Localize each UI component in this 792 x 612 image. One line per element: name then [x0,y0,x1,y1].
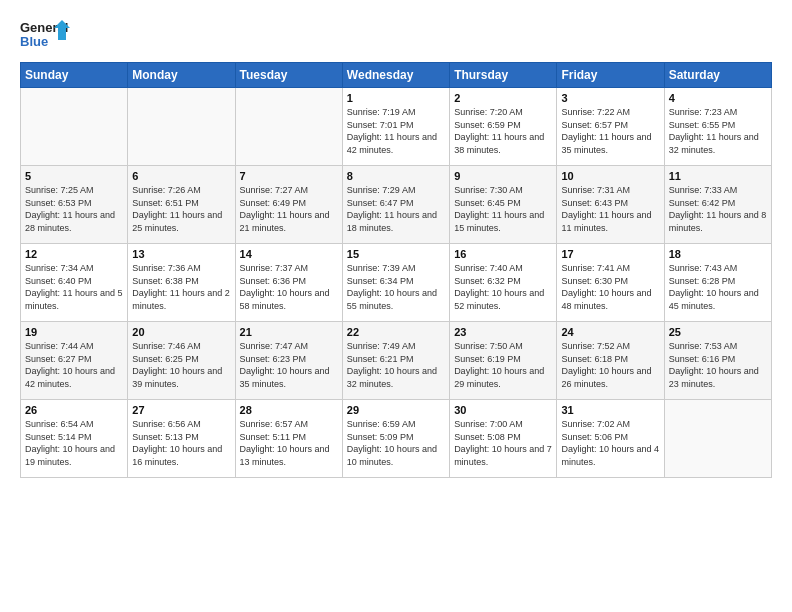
day-info: Sunrise: 7:00 AM Sunset: 5:08 PM Dayligh… [454,418,552,468]
day-info: Sunrise: 7:37 AM Sunset: 6:36 PM Dayligh… [240,262,338,312]
calendar-cell: 2Sunrise: 7:20 AM Sunset: 6:59 PM Daylig… [450,88,557,166]
day-number: 3 [561,92,659,104]
week-row-1: 1Sunrise: 7:19 AM Sunset: 7:01 PM Daylig… [21,88,772,166]
calendar-cell: 4Sunrise: 7:23 AM Sunset: 6:55 PM Daylig… [664,88,771,166]
week-row-3: 12Sunrise: 7:34 AM Sunset: 6:40 PM Dayli… [21,244,772,322]
calendar-cell: 13Sunrise: 7:36 AM Sunset: 6:38 PM Dayli… [128,244,235,322]
day-info: Sunrise: 7:53 AM Sunset: 6:16 PM Dayligh… [669,340,767,390]
day-info: Sunrise: 6:54 AM Sunset: 5:14 PM Dayligh… [25,418,123,468]
day-number: 14 [240,248,338,260]
logo-svg: General Blue [20,18,70,54]
day-number: 12 [25,248,123,260]
calendar-cell: 26Sunrise: 6:54 AM Sunset: 5:14 PM Dayli… [21,400,128,478]
logo: General Blue [20,18,70,54]
calendar-cell [128,88,235,166]
weekday-header-thursday: Thursday [450,63,557,88]
day-info: Sunrise: 7:33 AM Sunset: 6:42 PM Dayligh… [669,184,767,234]
day-number: 8 [347,170,445,182]
day-info: Sunrise: 7:27 AM Sunset: 6:49 PM Dayligh… [240,184,338,234]
day-info: Sunrise: 7:26 AM Sunset: 6:51 PM Dayligh… [132,184,230,234]
day-info: Sunrise: 7:44 AM Sunset: 6:27 PM Dayligh… [25,340,123,390]
week-row-2: 5Sunrise: 7:25 AM Sunset: 6:53 PM Daylig… [21,166,772,244]
day-info: Sunrise: 7:20 AM Sunset: 6:59 PM Dayligh… [454,106,552,156]
day-info: Sunrise: 7:31 AM Sunset: 6:43 PM Dayligh… [561,184,659,234]
day-info: Sunrise: 7:25 AM Sunset: 6:53 PM Dayligh… [25,184,123,234]
calendar-cell: 18Sunrise: 7:43 AM Sunset: 6:28 PM Dayli… [664,244,771,322]
calendar-cell: 19Sunrise: 7:44 AM Sunset: 6:27 PM Dayli… [21,322,128,400]
day-info: Sunrise: 7:23 AM Sunset: 6:55 PM Dayligh… [669,106,767,156]
calendar-cell: 6Sunrise: 7:26 AM Sunset: 6:51 PM Daylig… [128,166,235,244]
calendar-cell [664,400,771,478]
day-number: 17 [561,248,659,260]
day-number: 31 [561,404,659,416]
day-number: 16 [454,248,552,260]
calendar-cell: 14Sunrise: 7:37 AM Sunset: 6:36 PM Dayli… [235,244,342,322]
day-number: 2 [454,92,552,104]
day-info: Sunrise: 7:29 AM Sunset: 6:47 PM Dayligh… [347,184,445,234]
weekday-header-tuesday: Tuesday [235,63,342,88]
calendar-cell: 15Sunrise: 7:39 AM Sunset: 6:34 PM Dayli… [342,244,449,322]
day-number: 9 [454,170,552,182]
calendar-cell: 20Sunrise: 7:46 AM Sunset: 6:25 PM Dayli… [128,322,235,400]
day-number: 7 [240,170,338,182]
calendar-cell: 3Sunrise: 7:22 AM Sunset: 6:57 PM Daylig… [557,88,664,166]
day-number: 1 [347,92,445,104]
calendar-cell: 30Sunrise: 7:00 AM Sunset: 5:08 PM Dayli… [450,400,557,478]
day-number: 20 [132,326,230,338]
day-number: 10 [561,170,659,182]
day-number: 21 [240,326,338,338]
day-number: 29 [347,404,445,416]
day-number: 26 [25,404,123,416]
weekday-header-sunday: Sunday [21,63,128,88]
calendar-cell: 23Sunrise: 7:50 AM Sunset: 6:19 PM Dayli… [450,322,557,400]
calendar-cell: 9Sunrise: 7:30 AM Sunset: 6:45 PM Daylig… [450,166,557,244]
day-info: Sunrise: 7:43 AM Sunset: 6:28 PM Dayligh… [669,262,767,312]
day-info: Sunrise: 7:47 AM Sunset: 6:23 PM Dayligh… [240,340,338,390]
day-info: Sunrise: 7:52 AM Sunset: 6:18 PM Dayligh… [561,340,659,390]
day-info: Sunrise: 7:19 AM Sunset: 7:01 PM Dayligh… [347,106,445,156]
calendar-cell: 10Sunrise: 7:31 AM Sunset: 6:43 PM Dayli… [557,166,664,244]
day-number: 11 [669,170,767,182]
calendar-cell: 31Sunrise: 7:02 AM Sunset: 5:06 PM Dayli… [557,400,664,478]
calendar-cell: 21Sunrise: 7:47 AM Sunset: 6:23 PM Dayli… [235,322,342,400]
calendar-cell: 8Sunrise: 7:29 AM Sunset: 6:47 PM Daylig… [342,166,449,244]
calendar-cell: 16Sunrise: 7:40 AM Sunset: 6:32 PM Dayli… [450,244,557,322]
day-info: Sunrise: 6:57 AM Sunset: 5:11 PM Dayligh… [240,418,338,468]
page: General Blue SundayMondayTuesdayWednesda… [0,0,792,488]
day-info: Sunrise: 7:50 AM Sunset: 6:19 PM Dayligh… [454,340,552,390]
day-number: 4 [669,92,767,104]
day-number: 23 [454,326,552,338]
calendar-cell [21,88,128,166]
day-info: Sunrise: 7:36 AM Sunset: 6:38 PM Dayligh… [132,262,230,312]
svg-text:Blue: Blue [20,34,48,49]
day-number: 15 [347,248,445,260]
weekday-header-row: SundayMondayTuesdayWednesdayThursdayFrid… [21,63,772,88]
day-number: 13 [132,248,230,260]
day-info: Sunrise: 7:39 AM Sunset: 6:34 PM Dayligh… [347,262,445,312]
day-info: Sunrise: 7:46 AM Sunset: 6:25 PM Dayligh… [132,340,230,390]
day-number: 24 [561,326,659,338]
calendar-cell: 22Sunrise: 7:49 AM Sunset: 6:21 PM Dayli… [342,322,449,400]
calendar-cell: 1Sunrise: 7:19 AM Sunset: 7:01 PM Daylig… [342,88,449,166]
day-info: Sunrise: 6:56 AM Sunset: 5:13 PM Dayligh… [132,418,230,468]
calendar-cell: 17Sunrise: 7:41 AM Sunset: 6:30 PM Dayli… [557,244,664,322]
calendar-cell [235,88,342,166]
calendar-cell: 7Sunrise: 7:27 AM Sunset: 6:49 PM Daylig… [235,166,342,244]
week-row-4: 19Sunrise: 7:44 AM Sunset: 6:27 PM Dayli… [21,322,772,400]
day-info: Sunrise: 7:30 AM Sunset: 6:45 PM Dayligh… [454,184,552,234]
calendar-cell: 25Sunrise: 7:53 AM Sunset: 6:16 PM Dayli… [664,322,771,400]
day-number: 5 [25,170,123,182]
day-info: Sunrise: 7:41 AM Sunset: 6:30 PM Dayligh… [561,262,659,312]
weekday-header-wednesday: Wednesday [342,63,449,88]
day-info: Sunrise: 7:02 AM Sunset: 5:06 PM Dayligh… [561,418,659,468]
weekday-header-saturday: Saturday [664,63,771,88]
day-info: Sunrise: 7:22 AM Sunset: 6:57 PM Dayligh… [561,106,659,156]
day-info: Sunrise: 6:59 AM Sunset: 5:09 PM Dayligh… [347,418,445,468]
calendar-cell: 12Sunrise: 7:34 AM Sunset: 6:40 PM Dayli… [21,244,128,322]
day-number: 18 [669,248,767,260]
calendar-cell: 5Sunrise: 7:25 AM Sunset: 6:53 PM Daylig… [21,166,128,244]
day-number: 27 [132,404,230,416]
day-number: 25 [669,326,767,338]
week-row-5: 26Sunrise: 6:54 AM Sunset: 5:14 PM Dayli… [21,400,772,478]
calendar-cell: 27Sunrise: 6:56 AM Sunset: 5:13 PM Dayli… [128,400,235,478]
